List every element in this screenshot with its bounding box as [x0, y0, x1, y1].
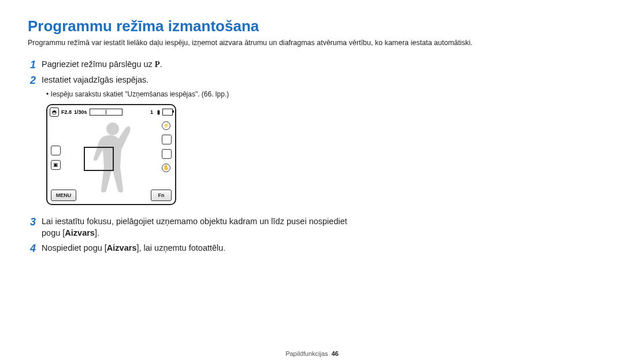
camera-aperture: F2.8: [61, 109, 72, 115]
step2-bullet: Iespēju sarakstu skatiet "Uzņemšanas ies…: [46, 90, 596, 98]
step-number: 3: [30, 216, 42, 229]
step4-text-b: ], lai uzņemtu fotoattēlu.: [136, 243, 225, 252]
stabilizer-icon: ✋: [162, 164, 170, 172]
fn-button[interactable]: Fn: [151, 190, 172, 201]
exposure-meter-icon: [90, 109, 122, 116]
page-title: Programmu režīma izmantošana: [28, 17, 596, 35]
intro-text: Programmu režīmā var iestatīt lielāko da…: [28, 39, 596, 47]
step-2: 2 Iestatiet vajadzīgās iespējas.: [30, 74, 596, 87]
page-footer: Papildfunkcijas 46: [0, 350, 624, 357]
battery-icon: [162, 109, 173, 116]
step-number: 2: [30, 74, 42, 87]
focus-frame-icon: [84, 147, 114, 171]
step-1: 1 Pagrieziet režīmu pārslēgu uz P.: [30, 58, 596, 72]
step-3: 3 Lai iestatītu fokusu, pielāgojiet uzņe…: [30, 216, 596, 239]
step-4: 4 Nospiediet pogu [Aizvars], lai uzņemtu…: [30, 242, 596, 255]
step4-bold: Aizvars: [107, 243, 137, 252]
camera-lcd: ◓ F2.8 1/30s 1 ▮ ⚡ ✋ ▣: [46, 104, 176, 205]
sd-card-icon: ▮: [157, 109, 160, 115]
step3-text-b: ].: [95, 228, 99, 237]
footer-section: Papildfunkcijas: [285, 350, 328, 357]
quality-icon: [162, 149, 172, 159]
camera-shutter: 1/30s: [74, 109, 87, 115]
step-number: 1: [30, 58, 42, 72]
step2-text: Iestatiet vajadzīgās iespējas.: [42, 74, 148, 86]
step4-text-a: Nospiediet pogu [: [42, 243, 107, 252]
camera-screen-figure: ◓ F2.8 1/30s 1 ▮ ⚡ ✋ ▣: [46, 104, 596, 205]
camera-status-bar: ◓ F2.8 1/30s 1 ▮: [50, 107, 173, 117]
step1-text-a: Pagrieziet režīmu pārslēgu uz: [42, 60, 155, 69]
footer-page-number: 46: [332, 350, 339, 357]
step-number: 4: [30, 242, 42, 255]
mode-dial-p: P: [155, 60, 160, 69]
step3-bold: Aizvars: [65, 228, 95, 237]
face-detect-icon: [51, 146, 61, 155]
menu-button[interactable]: MENU: [51, 190, 76, 201]
camera-mode-icon: ◓: [50, 107, 59, 117]
drive-mode-icon: ▣: [51, 160, 61, 170]
flash-icon: ⚡: [162, 121, 170, 130]
steps-list: 1 Pagrieziet režīmu pārslēgu uz P. 2 Ies…: [30, 58, 596, 256]
resolution-icon: [162, 135, 172, 144]
shots-remaining: 1: [150, 109, 153, 115]
step1-text-b: .: [160, 60, 162, 69]
